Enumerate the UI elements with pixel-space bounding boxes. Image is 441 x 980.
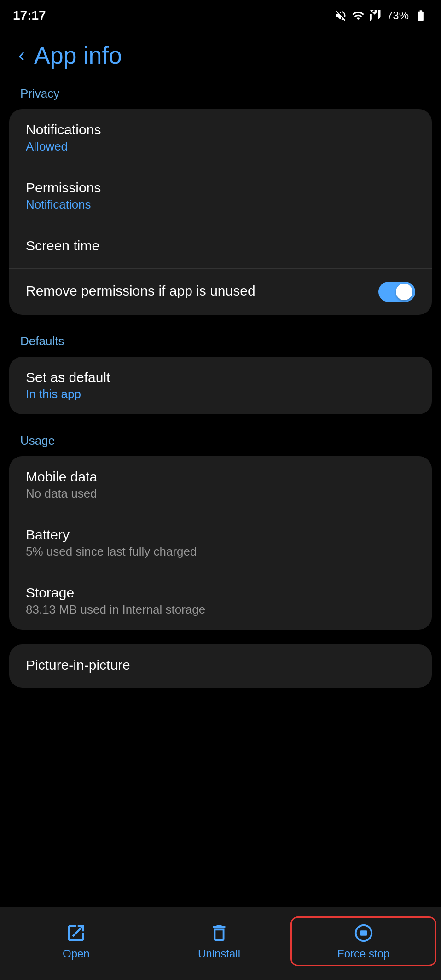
uninstall-label: Uninstall xyxy=(198,947,240,960)
force-stop-button[interactable]: Force stop xyxy=(290,916,436,966)
signal-icon xyxy=(369,9,382,22)
toggle-knob xyxy=(396,284,412,300)
set-as-default-item[interactable]: Set as default In this app xyxy=(9,357,432,414)
force-stop-label: Force stop xyxy=(337,947,389,960)
set-as-default-subtitle: In this app xyxy=(26,387,415,401)
open-icon xyxy=(65,922,87,944)
battery-title: Battery xyxy=(26,527,415,543)
open-button[interactable]: Open xyxy=(5,918,148,965)
storage-item[interactable]: Storage 83.13 MB used in Internal storag… xyxy=(9,572,432,630)
defaults-card: Set as default In this app xyxy=(9,357,432,414)
mobile-data-item[interactable]: Mobile data No data used xyxy=(9,456,432,514)
force-stop-icon xyxy=(353,922,374,944)
screen-time-title: Screen time xyxy=(26,238,415,254)
page-title: App info xyxy=(34,41,122,69)
mobile-data-subtitle: No data used xyxy=(26,487,415,501)
mobile-data-title: Mobile data xyxy=(26,469,415,485)
notifications-item[interactable]: Notifications Allowed xyxy=(9,109,432,167)
remove-permissions-toggle[interactable] xyxy=(378,282,415,302)
open-label: Open xyxy=(63,947,90,960)
battery-percent: 73% xyxy=(387,9,409,22)
defaults-section-label: Defaults xyxy=(0,326,441,353)
uninstall-button[interactable]: Uninstall xyxy=(148,918,291,965)
mute-icon xyxy=(334,9,347,22)
main-content: Privacy Notifications Allowed Permission… xyxy=(0,78,441,765)
status-time: 17:17 xyxy=(13,8,46,23)
privacy-section-label: Privacy xyxy=(0,78,441,105)
wifi-icon xyxy=(352,9,365,22)
remove-permissions-row: Remove permissions if app is unused xyxy=(26,282,415,302)
battery-icon xyxy=(413,9,428,22)
pip-title: Picture-in-picture xyxy=(26,657,415,673)
permissions-item[interactable]: Permissions Notifications xyxy=(9,167,432,225)
remove-permissions-title: Remove permissions if app is unused xyxy=(26,283,255,299)
screen-time-item[interactable]: Screen time xyxy=(9,225,432,268)
battery-item[interactable]: Battery 5% used since last fully charged xyxy=(9,514,432,572)
notifications-subtitle: Allowed xyxy=(26,139,415,154)
back-button[interactable]: ‹ xyxy=(18,46,25,65)
usage-card: Mobile data No data used Battery 5% used… xyxy=(9,456,432,630)
privacy-card: Notifications Allowed Permissions Notifi… xyxy=(9,109,432,315)
uninstall-icon xyxy=(209,922,230,944)
permissions-title: Permissions xyxy=(26,180,415,196)
set-as-default-title: Set as default xyxy=(26,370,415,385)
header: ‹ App info xyxy=(0,28,441,78)
battery-subtitle: 5% used since last fully charged xyxy=(26,545,415,559)
storage-title: Storage xyxy=(26,585,415,601)
pip-item[interactable]: Picture-in-picture xyxy=(9,644,432,688)
remove-permissions-item[interactable]: Remove permissions if app is unused xyxy=(9,268,432,315)
bottom-nav: Open Uninstall Force stop xyxy=(0,907,441,980)
status-icons: 73% xyxy=(334,9,428,22)
notifications-title: Notifications xyxy=(26,122,415,138)
storage-subtitle: 83.13 MB used in Internal storage xyxy=(26,603,415,617)
status-bar: 17:17 73% xyxy=(0,0,441,28)
usage-section-label: Usage xyxy=(0,425,441,452)
permissions-subtitle: Notifications xyxy=(26,197,415,212)
